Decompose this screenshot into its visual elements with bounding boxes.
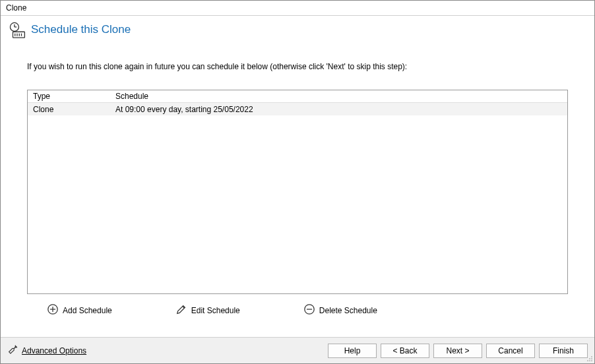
add-schedule-button[interactable]: Add Schedule [47, 303, 112, 317]
column-header-schedule[interactable]: Schedule [110, 90, 567, 102]
svg-point-14 [591, 356, 592, 357]
resize-grip-icon [586, 355, 593, 362]
column-header-type[interactable]: Type [28, 90, 110, 102]
schedule-table[interactable]: Type Schedule Clone At 09:00 every day, … [27, 90, 568, 294]
schedule-clock-icon [9, 21, 26, 38]
footer-bar: Advanced Options Help < Back Next > Canc… [1, 337, 594, 363]
wrench-icon [7, 344, 19, 357]
add-schedule-label: Add Schedule [63, 306, 112, 315]
window-title: Clone [1, 1, 594, 16]
pencil-icon [175, 303, 187, 317]
svg-point-15 [589, 358, 590, 359]
advanced-options-link[interactable]: Advanced Options [7, 344, 86, 357]
table-row[interactable]: Clone At 09:00 every day, starting 25/05… [28, 103, 567, 115]
help-button[interactable]: Help [328, 344, 377, 358]
edit-schedule-label: Edit Schedule [191, 306, 240, 315]
cell-schedule: At 09:00 every day, starting 25/05/2022 [110, 104, 567, 115]
wizard-header: Schedule this Clone [1, 16, 594, 46]
svg-point-16 [591, 358, 592, 359]
table-header-row: Type Schedule [28, 90, 567, 103]
delete-schedule-button[interactable]: Delete Schedule [303, 303, 377, 317]
advanced-options-label: Advanced Options [22, 346, 86, 355]
table-actions: Add Schedule Edit Schedule Delete Schedu… [27, 294, 568, 324]
content-area: If you wish to run this clone again in f… [1, 62, 594, 324]
back-button[interactable]: < Back [381, 344, 429, 358]
svg-point-18 [589, 360, 590, 361]
page-title: Schedule this Clone [31, 23, 131, 36]
edit-schedule-button[interactable]: Edit Schedule [175, 303, 240, 317]
cell-type: Clone [28, 104, 110, 115]
minus-circle-icon [303, 303, 315, 317]
instruction-text: If you wish to run this clone again in f… [27, 62, 568, 71]
next-button[interactable]: Next > [433, 344, 482, 358]
svg-point-17 [587, 360, 588, 361]
delete-schedule-label: Delete Schedule [319, 306, 377, 315]
finish-button[interactable]: Finish [539, 344, 588, 358]
cancel-button[interactable]: Cancel [486, 344, 535, 358]
svg-point-19 [591, 360, 592, 361]
plus-circle-icon [47, 303, 59, 317]
